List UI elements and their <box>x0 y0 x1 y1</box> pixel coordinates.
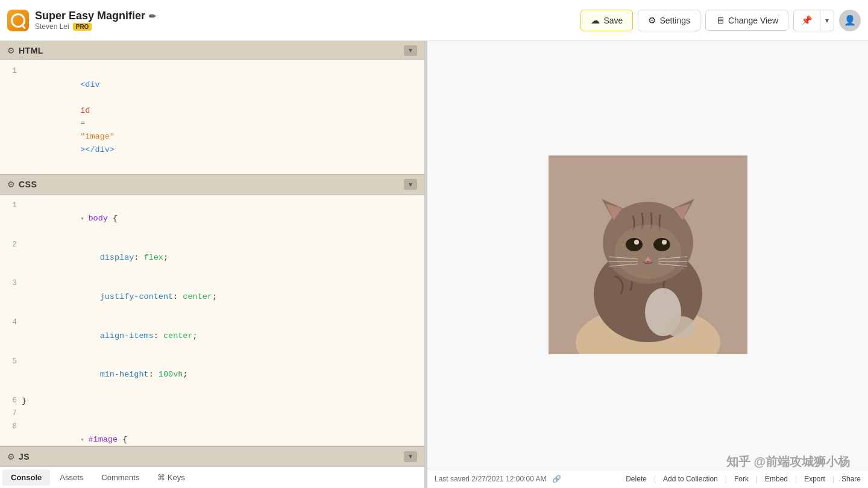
svg-point-9 <box>626 238 643 251</box>
preview-area <box>427 41 868 469</box>
kitten-svg <box>549 155 747 354</box>
change-view-button[interactable]: 🖥 Change View <box>705 10 788 31</box>
html-panel-header: ⚙ HTML ▼ <box>0 41 424 60</box>
fork-action[interactable]: Fork <box>734 475 749 483</box>
css-panel-title: CSS <box>19 180 37 189</box>
save-button[interactable]: ☁ Save <box>580 10 633 31</box>
css-line-1: 1 ▾ body { <box>0 199 424 239</box>
edit-icon[interactable]: ✏ <box>149 11 156 21</box>
save-label: Save <box>603 16 623 25</box>
status-bar: Last saved 2/27/2021 12:00:00 AM 🔗 Delet… <box>427 469 868 488</box>
css-code-area[interactable]: 1 ▾ body { 2 display: flex; 3 <box>0 195 424 446</box>
header-right: ☁ Save ⚙ Settings 🖥 Change View 📌 ▾ 👤 <box>580 10 861 31</box>
change-view-label: Change View <box>728 16 778 25</box>
css-line-4: 4 align-items: center; <box>0 316 424 355</box>
tab-keys[interactable]: ⌘ Keys <box>149 469 193 486</box>
html-code-area[interactable]: 1 <div id = "image" ></div> <box>0 60 424 174</box>
css-line-6: 6 } <box>0 395 424 408</box>
js-panel-title: JS <box>19 452 30 461</box>
svg-point-10 <box>653 238 670 251</box>
tab-console[interactable]: Console <box>2 469 50 486</box>
css-line-3: 3 justify-content: center; <box>0 277 424 316</box>
css-line-8: 8 ▾ #image { <box>0 421 424 446</box>
embed-action[interactable]: Embed <box>765 475 788 483</box>
add-to-collection-action[interactable]: Add to Collection <box>663 475 718 483</box>
external-link-icon[interactable]: 🔗 <box>552 475 561 483</box>
css-line-5: 5 min-height: 100vh; <box>0 355 424 395</box>
svg-point-21 <box>666 316 696 338</box>
js-panel-header: ⚙ JS ▼ <box>0 447 424 466</box>
css-line-7: 7 <box>0 407 424 421</box>
pin-button-group: 📌 ▾ <box>793 10 834 31</box>
author-name: Steven Lei <box>35 22 69 31</box>
settings-gear-icon: ⚙ <box>648 15 656 26</box>
change-view-icon: 🖥 <box>715 15 725 25</box>
tab-comments[interactable]: Comments <box>93 469 148 486</box>
css-settings-icon[interactable]: ⚙ <box>7 180 15 189</box>
html-line-1: 1 <div id = "image" ></div> <box>0 65 424 169</box>
css-line-2: 2 display: flex; <box>0 239 424 278</box>
bottom-tabs: Console Assets Comments ⌘ Keys <box>0 466 424 488</box>
export-action[interactable]: Export <box>804 475 825 483</box>
delete-action[interactable]: Delete <box>626 475 647 483</box>
pro-badge: PRO <box>73 23 92 31</box>
save-cloud-icon: ☁ <box>591 15 600 26</box>
left-panel: ⚙ HTML ▼ 1 <div id = "image" ></div> <box>0 41 425 488</box>
status-last-saved: Last saved 2/27/2021 12:00:00 AM 🔗 <box>435 475 561 483</box>
svg-point-8 <box>615 225 681 279</box>
kitten-preview <box>549 155 747 354</box>
js-section: ⚙ JS ▼ <box>0 447 424 466</box>
settings-button[interactable]: ⚙ Settings <box>638 10 700 31</box>
js-settings-icon[interactable]: ⚙ <box>7 452 15 461</box>
css-section: ⚙ CSS ▼ 1 ▾ body { 2 display: fle <box>0 175 424 447</box>
html-settings-icon[interactable]: ⚙ <box>7 46 15 55</box>
status-actions: Delete | Add to Collection | Fork | Embe… <box>626 475 861 483</box>
app-title-block: Super Easy Magnifier ✏ Steven Lei PRO <box>35 10 156 31</box>
right-panel: 知乎 @前端攻城狮小杨 Last saved 2/27/2021 12:00:0… <box>427 41 868 488</box>
app-header: Super Easy Magnifier ✏ Steven Lei PRO ☁ … <box>0 0 868 41</box>
author-line: Steven Lei PRO <box>35 22 156 31</box>
svg-point-12 <box>662 240 667 245</box>
user-avatar[interactable]: 👤 <box>839 10 861 31</box>
header-left: Super Easy Magnifier ✏ Steven Lei PRO <box>7 10 156 31</box>
html-section: ⚙ HTML ▼ 1 <div id = "image" ></div> <box>0 41 424 175</box>
css-panel-header: ⚙ CSS ▼ <box>0 175 424 195</box>
html-panel-title: HTML <box>19 46 43 55</box>
app-title: Super Easy Magnifier ✏ <box>35 10 156 22</box>
last-saved-text: Last saved 2/27/2021 12:00:00 AM <box>435 475 546 483</box>
pin-dropdown-arrow[interactable]: ▾ <box>820 11 834 30</box>
app-logo <box>7 10 29 31</box>
tab-assets[interactable]: Assets <box>51 469 92 486</box>
pin-button[interactable]: 📌 <box>794 10 820 31</box>
share-action[interactable]: Share <box>841 475 861 483</box>
main-layout: ⚙ HTML ▼ 1 <div id = "image" ></div> <box>0 41 868 488</box>
app-title-text: Super Easy Magnifier <box>35 10 145 22</box>
css-collapse-button[interactable]: ▼ <box>404 179 417 190</box>
js-collapse-button[interactable]: ▼ <box>404 451 417 462</box>
svg-point-11 <box>634 240 639 245</box>
html-collapse-button[interactable]: ▼ <box>404 45 417 56</box>
settings-label: Settings <box>659 16 690 25</box>
